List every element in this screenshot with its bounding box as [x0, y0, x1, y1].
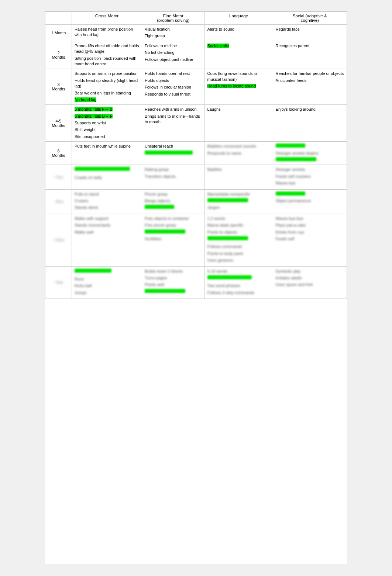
- blurred-lang-10-6: Uses gestures: [207, 258, 270, 263]
- highlight-no-head-lag: No head lag: [75, 97, 96, 102]
- header-language: Language: [204, 12, 273, 25]
- fine-motor-10-months: Puts objects in container Fine pincer gr…: [142, 214, 205, 266]
- blurred-lang-10-3: Points to objects: [207, 230, 270, 235]
- header-gross-motor: Gross Motor: [72, 12, 142, 25]
- blurred-green-lang-9: [207, 198, 248, 202]
- gross-motor-year: Runs Kicks ball Jumps: [72, 266, 142, 299]
- blurred-fine-motor-6: [145, 151, 193, 155]
- fine-motor-6-months: Unilateral reach: [142, 142, 205, 165]
- fine-motor-7-months: Raking grasp Transfers objects: [142, 165, 205, 189]
- blurred-green-fine-10: [145, 230, 185, 234]
- age-2-months: 2Months: [45, 41, 72, 69]
- blurred-fine-9-2: Bangs objects: [145, 198, 202, 204]
- blurred-social-7-3: Waves bye: [276, 180, 344, 186]
- blurred-gross-10-1: Walks with support: [75, 216, 139, 221]
- blurred-gross-10-3: Walks well: [75, 230, 139, 235]
- blurred-lang-10-1: 1-2 words: [207, 216, 270, 221]
- blurred-gross-9-2: Cruises: [75, 198, 139, 204]
- blurred-lang-10-5: Points to body parts: [207, 251, 270, 256]
- language-7-months: Babbles: [204, 165, 273, 189]
- blurred-fine-7-1: Raking grasp: [145, 167, 202, 172]
- row-7-months: ~7mo Crawls on belly Raking grasp Transf…: [45, 165, 347, 189]
- language-year: 5-10 words Two word phrases Follows 2-st…: [204, 266, 273, 299]
- blurred-social-6-1: Stranger anxiety begins: [276, 151, 344, 156]
- gross-motor-6-months: Puts feet in mouth while supine: [72, 142, 142, 165]
- age-10-months: ~10mo: [45, 214, 72, 266]
- gross-motor-2-months: Prone- lifts chest off table and holds h…: [72, 41, 142, 69]
- gross-motor-4-5-months: 5 months: rolls F→ B 6 months: rolls B→ …: [72, 105, 142, 142]
- blurred-green-gross-year: [75, 269, 111, 273]
- blurred-fine-year-1: Builds tower 2 blocks: [145, 269, 202, 274]
- age-1-month: 1 Month: [45, 25, 72, 41]
- blurred-green-fine-year: [145, 289, 185, 293]
- blurred-lang-year-1: 5-10 words: [207, 269, 270, 274]
- row-3-months: 3Months Supports on arms in prone positi…: [45, 69, 347, 105]
- social-1-month: Regards face: [273, 25, 347, 41]
- blurred-lang-10-2: Mama dada specific: [207, 223, 270, 228]
- fine-motor-1-month: Visual fixation Tight grasp: [142, 25, 205, 41]
- blurred-fine-7-2: Transfers objects: [145, 174, 202, 179]
- blurred-social-year-1: Symbolic play: [276, 269, 344, 274]
- header-social: Social (adaptive &cognitive): [273, 12, 347, 25]
- developmental-milestones-table: Gross Motor Fine Motor(problem solving) …: [45, 11, 347, 565]
- header-fine-motor: Fine Motor(problem solving): [142, 12, 205, 25]
- blurred-lang-year-2: Two word phrases: [207, 283, 270, 289]
- social-6-months: Stranger anxiety begins: [273, 142, 347, 165]
- row-10-months: ~10mo Walks with support Stands momentar…: [45, 214, 347, 266]
- blurred-fine-10-2: Fine pincer grasp: [145, 223, 202, 228]
- blurred-fine-10-1: Puts objects in container: [145, 216, 202, 221]
- blurred-social-10-4: Feeds self: [276, 236, 344, 242]
- highlight-rolls-fb: 5 months: rolls F→ B: [75, 107, 113, 111]
- blurred-social-year-3: Uses spoon and fork: [276, 282, 344, 287]
- blurred-gross-7: Crawls on belly: [75, 175, 139, 180]
- row-4-5-months: 4-5Months 5 months: rolls F→ B 6 months:…: [45, 105, 347, 142]
- blurred-lang-9-2: Jargon: [207, 205, 270, 210]
- age-year: ~Year: [45, 266, 72, 299]
- fine-motor-2-months: Follows to midline No fist clenching Fol…: [142, 41, 205, 69]
- blurred-social-10-2: Plays pat-a-cake: [276, 223, 344, 228]
- language-1-month: Alerts to sound: [204, 25, 273, 41]
- gross-motor-9-months: Pulls to stand Cruises Stands alone: [72, 189, 142, 214]
- blurred-lang-7: Babbles: [207, 167, 270, 172]
- blurred-gross-year-1: Runs: [75, 276, 139, 282]
- gross-motor-3-months: Supports on arms in prone position Holds…: [72, 69, 142, 105]
- blurred-lang-9: Mama/dada nonspecific: [207, 192, 270, 197]
- row-year: ~Year Runs Kicks ball Jumps Builds tower…: [45, 266, 347, 299]
- blurred-social-7-2: Feeds self crackers: [276, 174, 344, 179]
- row-9-months: ~9mo Pulls to stand Cruises Stands alone…: [45, 189, 347, 214]
- row-6-months: 6Months Puts feet in mouth while supine …: [45, 142, 347, 165]
- blurred-fine-year-3: Points well: [145, 282, 202, 287]
- highlight-social-smile: Social smile: [207, 44, 229, 48]
- blurred-gross-9-3: Stands alone: [75, 205, 139, 210]
- blurred-gross-9-1: Pulls to stand: [75, 192, 139, 197]
- gross-motor-1-month: Raises head from prone position with hea…: [72, 25, 142, 41]
- blurred-social-year-2: Imitates adults: [276, 275, 344, 281]
- row-1-month: 1 Month Raises head from prone position …: [45, 25, 347, 41]
- social-year: Symbolic play Imitates adults Uses spoon…: [273, 266, 347, 299]
- fine-motor-year: Builds tower 2 blocks Turns pages Points…: [142, 266, 205, 299]
- age-7-months: ~7mo: [45, 165, 72, 189]
- blurred-lang-10-4: Follows commands: [207, 244, 270, 249]
- language-6-months: Babbles consonant sounds Responds to nam…: [204, 142, 273, 165]
- blurred-fine-10-3: Scribbles: [145, 236, 202, 242]
- blurred-lang-6-2: Responds to name: [207, 151, 270, 156]
- age-3-months: 3Months: [45, 69, 72, 105]
- blurred-lang-6-1: Babbles consonant sounds: [207, 144, 270, 149]
- social-7-months: Stranger anxiety Feeds self crackers Wav…: [273, 165, 347, 189]
- gross-motor-10-months: Walks with support Stands momentarily Wa…: [72, 214, 142, 266]
- social-10-months: Waves bye bye Plays pat-a-cake Drinks fr…: [273, 214, 347, 266]
- language-3-months: Coos (long vowel sounds in musical fashi…: [204, 69, 273, 105]
- blurred-gross-year-3: Jumps: [75, 290, 139, 296]
- blurred-green-social-6: [276, 144, 305, 148]
- highlight-head-turns: Head turns to locate sound: [207, 84, 256, 88]
- blurred-social-7-1: Stranger anxiety: [276, 167, 344, 172]
- blurred-social-10-3: Drinks from cup: [276, 230, 344, 235]
- language-4-5-months: Laughs: [204, 105, 273, 142]
- language-2-months: Social smile: [204, 41, 273, 69]
- social-4-5-months: Enjoys looking around: [273, 105, 347, 142]
- header-age: [45, 12, 72, 25]
- age-9-months: ~9mo: [45, 189, 72, 214]
- blurred-green-social-9: [276, 192, 305, 196]
- fine-motor-3-months: Holds hands open at rest Holds objects F…: [142, 69, 205, 105]
- blurred-green-gross-7: [75, 167, 130, 171]
